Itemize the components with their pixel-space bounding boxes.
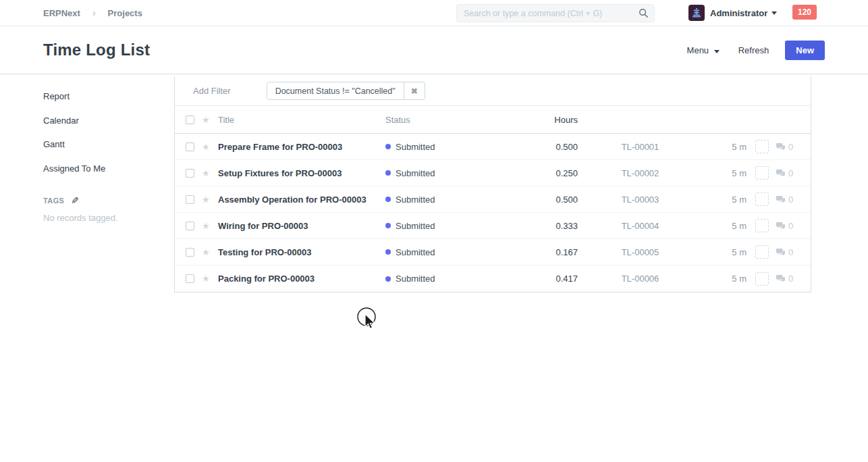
comment-count[interactable]: 0 xyxy=(776,221,811,231)
star-icon[interactable]: ★ xyxy=(202,168,218,178)
row-status: Submitted xyxy=(385,168,500,178)
chevron-right-icon: › xyxy=(92,7,96,18)
add-filter-button[interactable]: Add Filter xyxy=(193,86,231,96)
row-id[interactable]: TL-00004 xyxy=(578,221,703,231)
assign-placeholder[interactable] xyxy=(755,192,769,206)
table-row[interactable]: ★ Setup Fixtures for PRO-00003 Submitted… xyxy=(175,160,811,186)
new-button[interactable]: New xyxy=(785,41,825,60)
user-name: Administrator xyxy=(710,8,767,18)
filter-chip-label[interactable]: Document Status != "Cancelled" xyxy=(267,82,404,99)
comment-count-value: 0 xyxy=(788,142,793,152)
star-icon[interactable]: ★ xyxy=(202,195,218,205)
page-title: Time Log List xyxy=(43,41,150,59)
sidebar-item-report[interactable]: Report xyxy=(43,88,174,105)
comment-count-value: 0 xyxy=(788,195,793,205)
assign-placeholder[interactable] xyxy=(755,272,769,286)
caret-down-icon xyxy=(771,11,777,15)
row-checkbox[interactable] xyxy=(186,222,194,230)
filter-row: Add Filter Document Status != "Cancelled… xyxy=(175,76,811,106)
edit-tags-pencil-icon[interactable]: ✎ xyxy=(71,195,79,206)
row-status: Submitted xyxy=(385,221,500,231)
row-checkbox[interactable] xyxy=(186,143,194,151)
comment-count-value: 0 xyxy=(788,221,793,231)
search-input[interactable] xyxy=(464,9,639,18)
row-id[interactable]: TL-00003 xyxy=(578,195,703,205)
select-all-checkbox[interactable] xyxy=(186,116,194,124)
table-row[interactable]: ★ Wiring for PRO-00003 Submitted 0.333 T… xyxy=(175,213,811,239)
list-sidebar: Report Calendar Gantt Assigned To Me TAG… xyxy=(43,76,174,292)
user-menu[interactable]: Administrator xyxy=(688,5,777,21)
avatar xyxy=(688,5,705,21)
star-icon[interactable]: ★ xyxy=(202,221,218,231)
sidebar-item-assigned-to-me[interactable]: Assigned To Me xyxy=(43,161,174,178)
row-check-cell xyxy=(186,143,202,151)
row-id[interactable]: TL-00005 xyxy=(578,247,703,257)
row-check-cell xyxy=(186,222,202,230)
comment-count[interactable]: 0 xyxy=(776,168,811,178)
comment-count[interactable]: 0 xyxy=(776,142,811,152)
tags-title: TAGS xyxy=(43,197,64,205)
row-title-link[interactable]: Prepare Frame for PRO-00003 xyxy=(218,142,342,152)
global-search[interactable] xyxy=(456,4,655,22)
assign-placeholder[interactable] xyxy=(755,219,769,232)
star-icon[interactable]: ★ xyxy=(202,274,218,284)
row-checkbox[interactable] xyxy=(186,169,194,178)
row-title-link[interactable]: Testing for PRO-00003 xyxy=(218,247,311,257)
row-title-link[interactable]: Wiring for PRO-00003 xyxy=(218,221,308,231)
filter-remove-close-icon[interactable]: ✖ xyxy=(404,82,425,99)
sidebar-item-calendar[interactable]: Calendar xyxy=(43,113,174,130)
menu-button[interactable]: Menu xyxy=(687,45,720,55)
row-id[interactable]: TL-00001 xyxy=(578,142,703,152)
row-title-link[interactable]: Assembly Operation for PRO-00003 xyxy=(218,195,367,205)
row-modified: 5 m xyxy=(703,221,747,231)
breadcrumb-projects[interactable]: Projects xyxy=(108,8,142,18)
table-row[interactable]: ★ Prepare Frame for PRO-00003 Submitted … xyxy=(175,134,811,160)
row-id[interactable]: TL-00006 xyxy=(578,274,703,284)
status-dot-icon xyxy=(385,223,391,228)
row-modified: 5 m xyxy=(703,274,747,284)
row-status: Submitted xyxy=(385,274,500,284)
time-log-list: Add Filter Document Status != "Cancelled… xyxy=(174,76,811,292)
star-icon[interactable]: ★ xyxy=(202,142,218,152)
row-checkbox[interactable] xyxy=(186,274,194,283)
comment-count[interactable]: 0 xyxy=(776,247,811,257)
row-hours: 0.500 xyxy=(500,195,578,205)
column-hours: Hours xyxy=(500,115,578,125)
assign-placeholder[interactable] xyxy=(755,140,769,153)
status-dot-icon xyxy=(385,276,391,282)
row-checkbox[interactable] xyxy=(186,248,194,257)
menu-button-label: Menu xyxy=(687,45,709,55)
brand-link[interactable]: ERPNext xyxy=(43,8,80,18)
star-icon: ★ xyxy=(202,115,218,125)
list-header-row: ★ Title Status Hours xyxy=(175,106,811,134)
table-row[interactable]: ★ Testing for PRO-00003 Submitted 0.167 … xyxy=(175,239,811,265)
sidebar-item-gantt[interactable]: Gantt xyxy=(43,136,174,153)
row-status: Submitted xyxy=(385,247,500,257)
row-id[interactable]: TL-00002 xyxy=(578,168,703,178)
star-icon[interactable]: ★ xyxy=(202,247,218,257)
status-label: Submitted xyxy=(396,274,435,284)
row-title-link[interactable]: Packing for PRO-00003 xyxy=(218,274,315,284)
row-check-cell xyxy=(186,169,202,178)
refresh-button[interactable]: Refresh xyxy=(738,45,769,55)
status-label: Submitted xyxy=(396,221,435,231)
comment-count[interactable]: 0 xyxy=(776,274,811,284)
row-check-cell xyxy=(186,274,202,283)
notification-badge[interactable]: 120 xyxy=(792,5,817,20)
table-row[interactable]: ★ Packing for PRO-00003 Submitted 0.417 … xyxy=(175,265,811,292)
comment-icon xyxy=(776,274,786,283)
comment-count[interactable]: 0 xyxy=(776,195,811,205)
content-area: Report Calendar Gantt Assigned To Me TAG… xyxy=(0,74,868,292)
assign-placeholder[interactable] xyxy=(755,166,769,180)
row-title-link[interactable]: Setup Fixtures for PRO-00003 xyxy=(218,168,342,178)
comment-icon xyxy=(776,222,786,230)
page-head: Time Log List Menu Refresh New xyxy=(0,26,868,74)
assign-placeholder[interactable] xyxy=(755,245,769,259)
search-icon[interactable] xyxy=(639,8,649,18)
table-row[interactable]: ★ Assembly Operation for PRO-00003 Submi… xyxy=(175,186,811,213)
column-title: Title xyxy=(218,115,385,125)
row-checkbox[interactable] xyxy=(186,195,194,204)
comment-icon xyxy=(776,195,786,204)
row-hours: 0.500 xyxy=(500,142,578,152)
tags-section-header: TAGS ✎ xyxy=(43,195,174,206)
